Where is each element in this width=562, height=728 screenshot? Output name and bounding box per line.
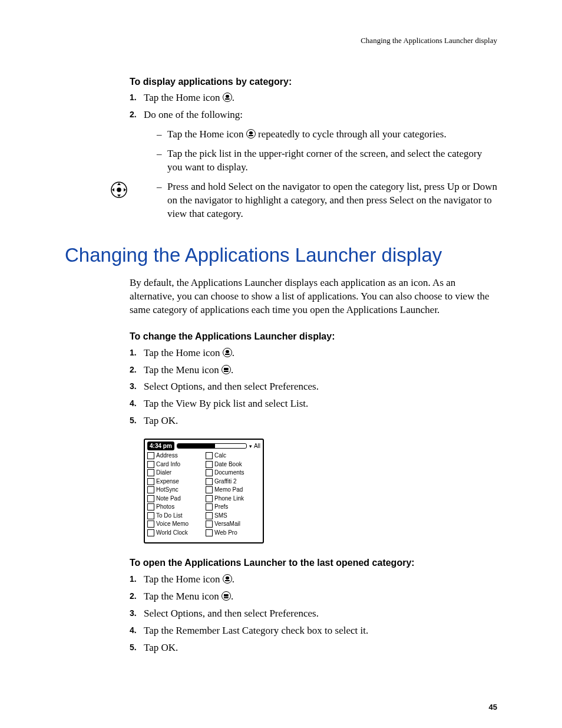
- app-icon: [206, 521, 213, 528]
- app-icon: [206, 486, 213, 493]
- app-label: SMS: [214, 512, 227, 520]
- palm-app-item: Graffiti 2: [206, 477, 260, 486]
- step-c1-pre: Tap the Home icon: [144, 347, 223, 358]
- step-2-intro: Do one of the following:: [144, 109, 243, 120]
- palm-app-item: To Do List: [147, 512, 202, 520]
- svg-marker-4: [112, 188, 114, 192]
- app-label: VersaMail: [214, 520, 240, 528]
- palm-app-item: HotSync: [147, 486, 202, 494]
- palm-screen: 4:34 pm All AddressCalcCard InfoDate Boo…: [144, 439, 264, 543]
- option-1-pre: Tap the Home icon: [167, 129, 246, 140]
- app-label: Web Pro: [214, 529, 237, 537]
- app-label: Expense: [156, 477, 179, 486]
- step-c5: Tap OK.: [130, 414, 497, 428]
- app-icon: [147, 461, 154, 468]
- step-l2-pre: Tap the Menu icon: [144, 591, 222, 602]
- palm-app-item: Date Book: [206, 460, 260, 469]
- palm-app-item: VersaMail: [206, 520, 260, 528]
- app-icon: [206, 461, 213, 468]
- step-c2-post: .: [231, 364, 233, 375]
- svg-point-1: [117, 188, 121, 192]
- app-label: Date Book: [214, 460, 242, 469]
- palm-app-item: Prefs: [206, 503, 260, 511]
- app-icon: [147, 478, 154, 485]
- step-l1: Tap the Home icon .: [130, 573, 497, 587]
- home-icon: [223, 93, 232, 102]
- step-l2-post: .: [231, 591, 233, 602]
- subhead-change-display: To change the Applications Launcher disp…: [130, 330, 497, 343]
- app-icon: [147, 469, 154, 476]
- menu-icon: [222, 591, 231, 601]
- step-c1: Tap the Home icon .: [130, 347, 497, 360]
- step-c2-pre: Tap the Menu icon: [144, 364, 222, 375]
- app-label: World Clock: [156, 529, 188, 537]
- running-header: Changing the Applications Launcher displ…: [65, 35, 497, 46]
- option-3-text: Press and hold Select on the navigator t…: [167, 181, 497, 219]
- app-icon: [147, 503, 154, 510]
- steps-last-category: Tap the Home icon . Tap the Menu icon . …: [130, 573, 497, 655]
- palm-battery-bar: [177, 443, 247, 449]
- menu-icon: [222, 365, 231, 374]
- step-l1-post: .: [232, 574, 234, 585]
- palm-app-item: Documents: [206, 469, 260, 477]
- palm-app-item: Note Pad: [147, 495, 202, 503]
- step-l4: Tap the Remember Last Category check box…: [130, 624, 497, 638]
- palm-category: All: [249, 442, 260, 450]
- palm-app-item: World Clock: [147, 529, 202, 537]
- app-icon: [206, 478, 213, 485]
- steps-display-by-category: Tap the Home icon . Do one of the follow…: [130, 91, 497, 221]
- navigator-icon: [110, 180, 128, 199]
- step-c4: Tap the View By pick list and select Lis…: [130, 397, 497, 411]
- option-cycle-categories: Tap the Home icon repeatedly to cycle th…: [157, 128, 497, 141]
- app-label: HotSync: [156, 486, 178, 494]
- step-2-options: Tap the Home icon repeatedly to cycle th…: [157, 128, 497, 221]
- app-icon: [147, 529, 154, 536]
- palm-app-item: Expense: [147, 477, 202, 486]
- app-label: Phone Link: [214, 495, 244, 503]
- app-label: Voice Memo: [156, 520, 189, 528]
- palm-status-bar: 4:34 pm All: [147, 441, 260, 450]
- svg-marker-3: [117, 195, 121, 197]
- launcher-screenshot: 4:34 pm All AddressCalcCard InfoDate Boo…: [144, 439, 497, 543]
- step-c1-post: .: [232, 347, 234, 358]
- palm-app-item: SMS: [206, 512, 260, 520]
- subhead-display-by-category: To display applications by category:: [130, 75, 497, 88]
- palm-app-item: Dialer: [147, 469, 202, 477]
- app-icon: [206, 452, 213, 459]
- step-2: Do one of the following: Tap the Home ic…: [130, 108, 497, 221]
- option-picklist: Tap the pick list in the upper-right cor…: [157, 147, 497, 174]
- palm-app-item: Memo Pad: [206, 486, 260, 494]
- step-1-text-post: .: [232, 92, 234, 103]
- svg-marker-5: [124, 188, 126, 192]
- subhead-last-category: To open the Applications Launcher to the…: [130, 556, 497, 569]
- app-icon: [147, 452, 154, 459]
- app-icon: [147, 521, 154, 528]
- option-1-post: repeatedly to cycle through all your cat…: [256, 129, 447, 140]
- home-icon: [223, 348, 232, 357]
- step-l1-pre: Tap the Home icon: [144, 574, 223, 585]
- step-c3: Select Options, and then select Preferen…: [130, 380, 497, 394]
- app-icon: [206, 469, 213, 476]
- palm-app-item: Photos: [147, 503, 202, 511]
- app-label: Calc: [214, 452, 226, 460]
- step-c2: Tap the Menu icon .: [130, 364, 497, 377]
- app-label: Documents: [214, 469, 244, 477]
- palm-app-item: Address: [147, 452, 202, 460]
- app-icon: [147, 495, 154, 502]
- app-icon: [206, 529, 213, 536]
- app-label: Address: [156, 452, 178, 460]
- palm-app-item: Voice Memo: [147, 520, 202, 528]
- page-title: Changing the Applications Launcher displ…: [65, 242, 497, 269]
- app-icon: [147, 512, 154, 519]
- palm-time: 4:34 pm: [147, 442, 174, 451]
- step-l3: Select Options, and then select Preferen…: [130, 607, 497, 621]
- app-label: Prefs: [214, 503, 228, 511]
- page-number: 45: [65, 702, 497, 713]
- palm-app-item: Web Pro: [206, 529, 260, 537]
- app-label: Photos: [156, 503, 174, 511]
- step-l2: Tap the Menu icon .: [130, 590, 497, 604]
- step-1-text-pre: Tap the Home icon: [144, 92, 223, 103]
- app-label: Dialer: [156, 469, 171, 477]
- app-label: Memo Pad: [214, 486, 243, 494]
- app-label: Card Info: [156, 460, 180, 469]
